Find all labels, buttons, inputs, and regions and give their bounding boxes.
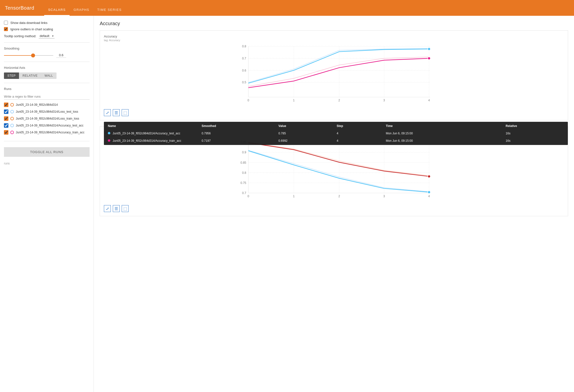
run-checkbox-2[interactable] [4,116,8,121]
svg-text:0: 0 [247,195,249,198]
horizontal-axis-label: Horizontal Axis [4,66,90,70]
app-logo: TensorBoard [5,5,34,11]
tooltip-row-1-smoothed: 0.7197 [198,138,274,145]
list-item: Jun05_23-14-39_f652c984d314/Accuracy_tra… [4,130,90,135]
run-name-4: Jun05_23-14-39_f652c984d314/Accuracy_tra… [16,131,84,134]
smoothing-slider-row: 0.6 [4,53,90,58]
list-item: Jun05_23-14-39_f652c984d314/Loss_train_l… [4,116,90,121]
toggle-all-runs-button[interactable]: TOGGLE ALL RUNS [4,147,90,157]
tooltip-table: Name Smoothed Value Step Time Relative [104,122,568,145]
data-button[interactable]: ☰ [113,109,120,116]
svg-text:1: 1 [293,99,295,102]
svg-point-43 [428,175,430,178]
svg-point-19 [428,48,430,50]
tooltip-header-step: Step [333,122,382,130]
svg-point-44 [428,191,430,194]
accuracy-chart-icons: ⤢ ☰ ⬚ [104,109,564,116]
tooltip-row-0-smoothed: 0.7956 [198,130,274,138]
loss-chart: 0.95 0.9 0.85 0.8 0.75 0.7 0 1 2 3 4 [104,140,564,204]
run-checkbox-0[interactable] [4,103,8,107]
ignore-outliers-checkbox[interactable] [4,27,8,31]
tooltip-row-0-value: 0.785 [274,130,333,138]
axis-step-button[interactable]: STEP [4,73,19,79]
run-checkbox-4[interactable] [4,130,8,135]
svg-text:2: 2 [338,195,340,198]
svg-text:4: 4 [428,99,430,102]
svg-text:0.9: 0.9 [242,151,246,154]
run-color-circle-0 [10,103,14,107]
nav-tabs: SCALARS GRAPHS TIME SERIES [44,0,126,16]
smoothing-label: Smoothing [4,47,90,50]
tooltip-select-wrapper: default [39,34,55,38]
svg-text:0.7: 0.7 [242,57,246,60]
table-row: Jun05_23-14-39_f652c984d314/Accuracy_tra… [104,138,568,145]
svg-point-20 [428,57,430,60]
run-color-circle-3 [10,124,14,127]
data-options-section: Show data download links Ignore outliers… [4,21,90,43]
tooltip-header-time: Time [382,122,502,130]
tooltip-row-1-time: Mon Jun 6, 09:15:00 [382,138,502,145]
tooltip-row-1-relative: 16s [502,138,568,145]
run-name-2: Jun05_23-14-39_f652c984d314/Loss_train_l… [16,117,79,120]
svg-text:3: 3 [383,99,385,102]
expand-chart-button[interactable]: ⤢ [104,109,111,116]
download-button[interactable]: ⬚ [122,109,129,116]
tooltip-header-name: Name [104,122,198,130]
svg-text:0.5: 0.5 [242,81,246,84]
smoothing-slider[interactable] [4,55,53,56]
sidebar: Show data download links Ignore outliers… [0,16,94,392]
tooltip-color-dot-blue [108,132,110,134]
runs-footer-label: runs [4,162,90,165]
run-color-circle-2 [10,117,14,120]
show-data-links-checkbox[interactable] [4,21,8,25]
accuracy-chart-svg: 0.8 0.7 0.6 0.5 0 1 2 3 4 [104,44,564,108]
accuracy-card-subtitle: tag: Accuracy [104,39,564,42]
run-color-circle-1 [10,110,14,113]
smoothing-value: 0.6 [56,53,66,58]
nav-tab-graphs[interactable]: GRAPHS [70,8,93,16]
main-layout: Show data download links Ignore outliers… [0,16,574,392]
nav-tab-scalars[interactable]: SCALARS [44,8,70,16]
header: TensorBoard SCALARS GRAPHS TIME SERIES [0,0,574,16]
tooltip-header-relative: Relative [502,122,568,130]
run-checkbox-3[interactable] [4,123,8,128]
runs-section: Runs Jun05_23-14-39_f652c984d314 Jun05_2… [4,87,90,141]
axis-wall-button[interactable]: WALL [41,73,56,79]
loss-download-button[interactable]: ⬚ [122,205,129,212]
svg-text:0.75: 0.75 [240,181,246,185]
accuracy-card-title: Accuracy [104,35,564,38]
svg-text:2: 2 [338,99,340,102]
ignore-outliers-label: Ignore outliers in chart scaling [10,27,53,31]
nav-tab-time-series[interactable]: TIME SERIES [93,8,126,16]
run-name-1: Jun05_23-14-39_f652c984d314/Loss_test_lo… [16,110,78,113]
tooltip-row-0-time: Mon Jun 6, 09:15:00 [382,130,502,138]
run-checkbox-1[interactable] [4,110,8,114]
svg-text:0.6: 0.6 [242,69,246,72]
runs-filter-input[interactable] [4,94,90,100]
tooltip-header-smoothed: Smoothed [198,122,274,130]
svg-text:1: 1 [293,195,295,198]
show-data-links-row: Show data download links [4,21,90,25]
list-item: Jun05_23-14-39_f652c984d314/Accuracy_tes… [4,123,90,128]
svg-text:4: 4 [428,195,430,198]
axis-buttons: STEP RELATIVE WALL [4,73,90,79]
runs-label: Runs [4,87,90,91]
loss-data-button[interactable]: ☰ [113,205,120,212]
tooltip-sorting-select[interactable]: default [39,34,55,38]
list-item: Jun05_23-14-39_f652c984d314/Loss_test_lo… [4,110,90,114]
tooltip-row-1-value: 0.6992 [274,138,333,145]
tooltip-header-value: Value [274,122,333,130]
loss-chart-svg: 0.95 0.9 0.85 0.8 0.75 0.7 0 1 2 3 4 [104,140,564,204]
loss-chart-icons: ⤢ ☰ ⬚ [104,205,564,212]
loss-expand-button[interactable]: ⤢ [104,205,111,212]
horizontal-axis-section: Horizontal Axis STEP RELATIVE WALL [4,66,90,83]
page-title: Accuracy [100,21,568,26]
axis-relative-button[interactable]: RELATIVE [19,73,41,79]
svg-text:3: 3 [383,195,385,198]
run-color-circle-4 [10,131,14,134]
tooltip-row-1-name: Jun05_23-14-39_f652c984d314/Accuracy_tra… [104,138,198,145]
smoothing-section: Smoothing 0.6 [4,47,90,62]
svg-text:0.85: 0.85 [240,161,246,165]
list-item: Jun05_23-14-39_f652c984d314 [4,103,90,107]
svg-text:0.8: 0.8 [242,171,246,175]
